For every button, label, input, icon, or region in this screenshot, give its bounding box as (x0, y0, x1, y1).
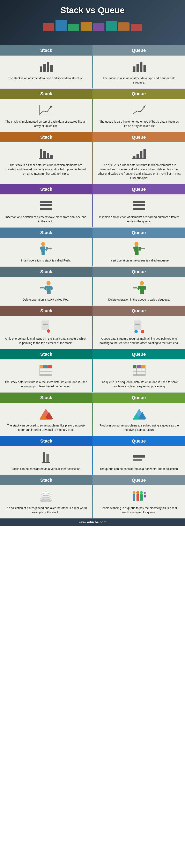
queue-col-realworld: People standing in a queue to pay the el… (93, 485, 185, 518)
section-header-linear: Stack Queue (0, 132, 185, 143)
svg-rect-95 (141, 365, 145, 368)
queue-icon-linear (131, 146, 147, 160)
queue-text-insertion: Insertion and deletion of elements are c… (98, 215, 181, 224)
stack-icon-insert-op (38, 242, 54, 256)
svg-rect-121 (137, 498, 138, 501)
queue-text-insert-op: Insert operation in the queue is called … (109, 258, 170, 263)
section-header-recursive: Stack Queue (0, 349, 185, 360)
queue-text-implementation: The queue is also implemented on top of … (98, 120, 181, 128)
queue-text-delete-op: Delete operation in the queue is called … (108, 298, 170, 302)
svg-rect-35 (45, 247, 48, 251)
svg-rect-18 (47, 153, 49, 158)
queue-col-insertion: Insertion and deletion of elements are c… (93, 194, 185, 227)
stack-header-pointer: Stack (0, 306, 92, 316)
svg-rect-103 (133, 419, 145, 420)
svg-rect-120 (137, 494, 139, 498)
stack-header-implementation: Stack (0, 89, 92, 99)
queue-header-delete-op: Queue (92, 267, 185, 277)
svg-point-115 (133, 491, 136, 494)
queue-text-problems: Producer consumer problems are solved us… (98, 424, 181, 432)
stack-header-insertion: Stack (0, 184, 92, 194)
queue-header-realworld: Queue (92, 475, 185, 485)
queue-icon-problems (131, 406, 147, 421)
stack-text-realworld: The collection of plates placed one over… (4, 506, 88, 515)
stack-header-recursive: Stack (0, 349, 92, 360)
stack-col-pointer: → Only one pointer is maintained in the … (0, 316, 92, 349)
svg-rect-122 (138, 498, 139, 501)
page-header: Stack vs Queue (0, 0, 185, 45)
stack-col-realworld: The collection of plates placed one over… (0, 485, 92, 518)
queue-icon-insertion (131, 198, 147, 213)
svg-text:→: → (142, 331, 144, 333)
queue-col-problems: Producer consumer problems are solved us… (93, 403, 185, 436)
queue-icon-delete-op (131, 281, 147, 295)
queue-icon-pointer: → → (131, 320, 147, 334)
queue-text-abstract: The queue is also an abstract data type … (98, 76, 181, 85)
stack-header-abstract: Stack (0, 45, 92, 56)
svg-marker-63 (133, 286, 135, 289)
compare-row-linear-collection: Stacks can be considered as a vertical l… (0, 446, 185, 475)
svg-rect-2 (47, 62, 49, 71)
svg-point-32 (41, 242, 45, 246)
queue-header-problems: Queue (92, 393, 185, 403)
queue-header-insert-op: Queue (92, 227, 185, 238)
svg-point-48 (46, 281, 50, 285)
svg-rect-128 (144, 495, 146, 497)
svg-rect-125 (140, 498, 141, 501)
compare-row-abstract: The stack is an abstract data type and l… (0, 56, 185, 89)
queue-icon-abstract (131, 59, 147, 74)
svg-rect-84 (40, 365, 43, 368)
compare-row-realworld: The collection of plates placed one over… (0, 485, 185, 519)
queue-header-linear-collection: Queue (92, 436, 185, 446)
svg-rect-117 (133, 498, 134, 501)
svg-rect-22 (137, 154, 139, 158)
svg-rect-19 (50, 155, 52, 158)
svg-rect-61 (142, 291, 144, 294)
svg-rect-3 (50, 65, 52, 71)
stack-text-abstract: The stack is an abstract data type and l… (8, 76, 84, 81)
section-header-implementation: Stack Queue (0, 89, 185, 99)
stack-header-problems: Stack (0, 393, 92, 403)
svg-rect-23 (140, 151, 143, 158)
svg-rect-72 (135, 324, 140, 325)
svg-rect-105 (46, 454, 49, 462)
page-title: Stack vs Queue (2, 5, 183, 15)
stack-text-linear: The stack is a linear data structure in … (4, 163, 88, 176)
queue-col-pointer: → → Queue data structure requires mainta… (93, 316, 185, 349)
svg-rect-108 (133, 459, 142, 461)
svg-rect-126 (141, 498, 143, 501)
svg-rect-16 (40, 149, 42, 158)
queue-col-abstract: The queue is also an abstract data type … (93, 56, 185, 89)
svg-rect-30 (133, 204, 145, 206)
svg-rect-67 (43, 326, 46, 326)
stack-col-linear: The stack is a linear data structure in … (0, 143, 92, 184)
svg-rect-85 (43, 365, 48, 368)
queue-header-recursive: Queue (92, 349, 185, 360)
stack-col-implementation: The stack is implemented on top of basic… (0, 99, 92, 132)
stack-icon-abstract (38, 59, 54, 74)
stack-text-pointer: Only one pointer is maintained in the St… (4, 337, 88, 345)
queue-icon-recursive (131, 363, 147, 377)
svg-point-127 (144, 492, 146, 494)
svg-rect-7 (140, 62, 143, 71)
stack-col-linear-collection: Stacks can be considered as a vertical l… (0, 446, 92, 475)
queue-text-realworld: People standing in a queue to pay the el… (98, 506, 181, 515)
queue-col-recursive: The queue is a sequential data structure… (93, 360, 185, 392)
svg-text:→: → (48, 330, 50, 332)
queue-header-insertion: Queue (92, 184, 185, 194)
svg-rect-43 (139, 247, 141, 251)
stack-header-insert-op: Stack (0, 227, 92, 238)
section-header-abstract: Stack Queue (0, 45, 185, 56)
compare-row-insertion: Insertion and deletion of elements take … (0, 194, 185, 227)
compare-row-recursive: The stack data structure is a recursive … (0, 360, 185, 393)
section-header-pointer: Stack Queue (0, 306, 185, 316)
stack-icon-recursive (38, 363, 54, 377)
svg-marker-39 (50, 247, 52, 250)
stack-icon-linear-collection (38, 450, 54, 464)
footer: www.educba.com (0, 519, 185, 526)
queue-header-implementation: Queue (92, 89, 185, 99)
queue-text-recursive: The queue is a sequential data structure… (98, 380, 181, 389)
compare-row-problems: The stack can be used to solve problems … (0, 403, 185, 436)
svg-rect-66 (43, 324, 48, 325)
queue-header-pointer: Queue (92, 306, 185, 316)
